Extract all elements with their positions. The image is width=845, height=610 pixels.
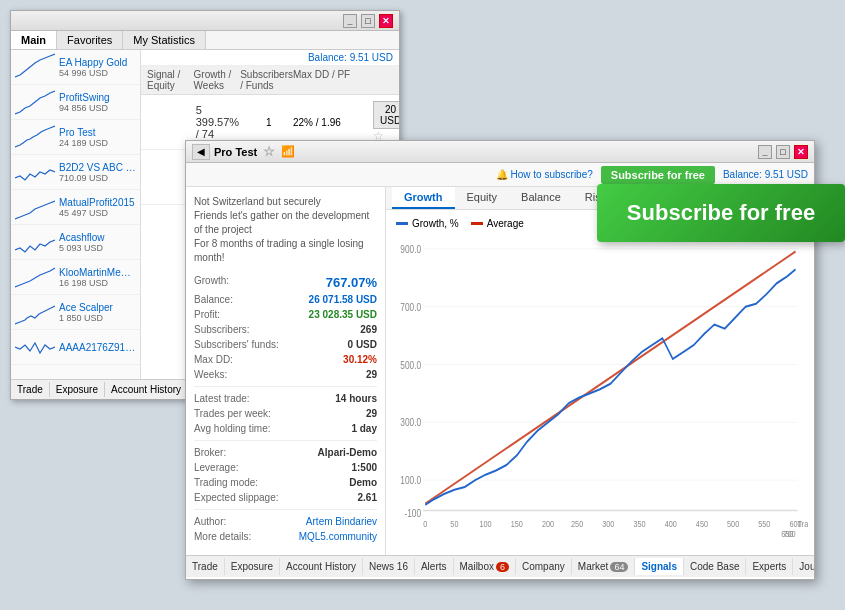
fg-right-panel: Growth Equity Balance Risks Distribution… <box>386 187 814 555</box>
legend-average-color <box>471 222 483 225</box>
fg-tab-signals[interactable]: Signals <box>635 558 684 575</box>
signal-description: Not Switzerland but securelyFriends let'… <box>194 195 377 265</box>
bottom-tab-account-history[interactable]: Account History <box>105 382 188 397</box>
exp-slippage-label: Expected slippage: <box>194 492 279 503</box>
divider <box>194 386 377 387</box>
back-button[interactable]: ◀ <box>192 144 210 160</box>
signal-name[interactable]: KlooMartinMedium <box>59 267 136 278</box>
fg-tab-trade[interactable]: Trade <box>186 558 225 575</box>
market-badge: 64 <box>610 562 628 572</box>
tab-growth[interactable]: Growth <box>392 187 455 209</box>
svg-text:700: 700 <box>783 528 795 538</box>
svg-text:450: 450 <box>696 518 708 529</box>
fg-maximize-button[interactable]: □ <box>776 145 790 159</box>
list-item[interactable]: Acashflow 5 093 USD <box>11 225 140 260</box>
signal-name[interactable]: AAAA2176Z9105 <box>59 342 136 353</box>
divider <box>194 440 377 441</box>
stat-broker: Broker: Alpari-Demo <box>194 445 377 460</box>
table-header: Signal / Equity Growth / Weeks Subscribe… <box>141 66 399 95</box>
divider <box>194 509 377 510</box>
legend-average-label: Average <box>487 218 524 229</box>
fg-tab-company[interactable]: Company <box>516 558 572 575</box>
weeks-label: Weeks: <box>194 369 227 380</box>
sub-funds-value: 0 USD <box>348 339 377 350</box>
stat-leverage: Leverage: 1:500 <box>194 460 377 475</box>
signal-value: 94 856 USD <box>59 103 136 113</box>
svg-text:700.0: 700.0 <box>400 301 421 313</box>
svg-text:250: 250 <box>571 518 583 529</box>
signal-name[interactable]: Ace Scalper <box>59 302 136 313</box>
fg-close-button[interactable]: ✕ <box>794 145 808 159</box>
latest-trade-value: 14 hours <box>335 393 377 404</box>
maximize-button[interactable]: □ <box>361 14 375 28</box>
fg-title-text: Pro Test ☆ 📶 <box>214 144 754 159</box>
svg-text:0: 0 <box>423 518 427 529</box>
fg-tab-alerts[interactable]: Alerts <box>415 558 454 575</box>
minimize-button[interactable]: _ <box>343 14 357 28</box>
author-link[interactable]: Artem Bindariev <box>306 516 377 527</box>
signal-name[interactable]: MatualProfit2015 <box>59 197 136 208</box>
fg-tab-experts[interactable]: Experts <box>746 558 793 575</box>
signal-name[interactable]: Acashflow <box>59 232 136 243</box>
signal-name[interactable]: EA Happy Gold <box>59 57 136 68</box>
tab-main[interactable]: Main <box>11 31 57 49</box>
how-to-subscribe-link[interactable]: 🔔 How to subscribe? <box>496 169 593 180</box>
svg-text:300.0: 300.0 <box>400 416 421 428</box>
bottom-tab-trade[interactable]: Trade <box>11 382 50 397</box>
sparkline-ace <box>15 298 55 326</box>
fg-tab-mailbox[interactable]: Mailbox6 <box>454 558 516 575</box>
tab-equity[interactable]: Equity <box>455 187 510 209</box>
row-action: 20 USD ☆ <box>373 101 393 143</box>
more-details-label: More details: <box>194 531 251 542</box>
list-item[interactable]: MatualProfit2015 45 497 USD <box>11 190 140 225</box>
subscribe-free-big-button[interactable]: Subscribe for free <box>597 184 845 242</box>
fg-balance[interactable]: Balance: 9.51 USD <box>723 169 808 180</box>
list-item[interactable]: Ace Scalper 1 850 USD <box>11 295 140 330</box>
fg-title: Pro Test <box>214 146 257 158</box>
legend-average: Average <box>471 218 524 229</box>
sparkline-ea-happy-gold <box>15 53 55 81</box>
avg-holding-label: Avg holding time: <box>194 423 271 434</box>
list-item[interactable]: KlooMartinMedium 16 198 USD <box>11 260 140 295</box>
leverage-value: 1:500 <box>351 462 377 473</box>
subscribe-top-button[interactable]: Subscribe for free <box>601 166 715 184</box>
fg-tab-account-history[interactable]: Account History <box>280 558 363 575</box>
svg-text:400: 400 <box>665 518 677 529</box>
signal-name[interactable]: ProfitSwing <box>59 92 136 103</box>
growth-value: 767.07% <box>326 275 377 290</box>
sparkline-profitswing <box>15 88 55 116</box>
tab-my-statistics[interactable]: My Statistics <box>123 31 206 49</box>
balance-value: 26 071.58 USD <box>309 294 377 305</box>
list-item[interactable]: EA Happy Gold 54 996 USD <box>11 50 140 85</box>
bottom-tab-exposure[interactable]: Exposure <box>50 382 105 397</box>
fg-tab-codebase[interactable]: Code Base <box>684 558 746 575</box>
subscribe-button[interactable]: 20 USD <box>373 101 399 129</box>
author-label: Author: <box>194 516 226 527</box>
signal-info: EA Happy Gold 54 996 USD <box>59 57 136 78</box>
close-button[interactable]: ✕ <box>379 14 393 28</box>
list-item[interactable]: B2D2 VS ABC NZ D 710.09 USD <box>11 155 140 190</box>
trades-per-week-value: 29 <box>366 408 377 419</box>
fg-tab-market[interactable]: Market64 <box>572 558 636 575</box>
subscribers-value: 269 <box>360 324 377 335</box>
fg-tab-exposure[interactable]: Exposure <box>225 558 280 575</box>
signal-info: AAAA2176Z9105 <box>59 342 136 353</box>
list-item[interactable]: AAAA2176Z9105 <box>11 330 140 365</box>
tab-balance[interactable]: Balance <box>509 187 573 209</box>
col-signal: Signal / Equity <box>147 69 194 91</box>
list-item[interactable]: ProfitSwing 94 856 USD <box>11 85 140 120</box>
signal-name[interactable]: Pro Test <box>59 127 136 138</box>
fg-tab-journal[interactable]: Journal <box>793 558 814 575</box>
info-icon: 🔔 <box>496 169 508 180</box>
signal-name[interactable]: B2D2 VS ABC NZ D <box>59 162 136 173</box>
tab-favorites[interactable]: Favorites <box>57 31 123 49</box>
more-details-link[interactable]: MQL5.community <box>299 531 377 542</box>
chart-svg: 900.0 700.0 500.0 300.0 100.0 -100 0 50 <box>392 235 808 538</box>
sub-funds-label: Subscribers' funds: <box>194 339 279 350</box>
list-item[interactable]: Pro Test 24 189 USD <box>11 120 140 155</box>
svg-text:900.0: 900.0 <box>400 243 421 255</box>
fg-minimize-button[interactable]: _ <box>758 145 772 159</box>
max-dd-label: Max DD: <box>194 354 233 365</box>
fg-tab-news[interactable]: News 16 <box>363 558 415 575</box>
favorite-star-icon[interactable]: ☆ <box>263 144 275 159</box>
